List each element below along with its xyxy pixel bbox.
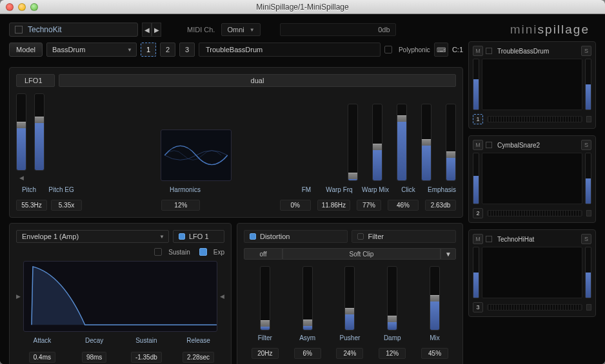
polyphonic-checkbox[interactable]: Polyphonic [384,46,430,53]
harmonics-value[interactable]: 12% [161,200,200,211]
handle-left-icon[interactable]: ▶ [16,293,21,300]
window-title: MiniSpillage/1-MiniSpillage [0,3,605,12]
sustain-value[interactable]: -1.35db [131,352,162,363]
pad-number[interactable]: 3 [473,302,483,312]
warp-frq-value[interactable]: 11.86Hz [317,200,350,211]
pad-waveform [482,59,582,110]
pad-3[interactable]: M TechnoHiHat S 3 [468,229,596,317]
solo-button[interactable]: S [581,140,591,150]
envelope-panel: Envelope 1 (Amp)▼ LFO 1 Sustain Exp ▶ [9,223,232,364]
pad-meter [487,116,582,122]
handle-right-icon[interactable]: ◀ [220,293,224,300]
pad-level-slider[interactable] [473,59,479,110]
pusher-value[interactable]: 24% [336,348,363,359]
model-button[interactable]: Model [9,43,43,57]
midi-channel-dropdown[interactable]: Omni ▼ [221,23,260,36]
pad-color-icon [486,48,492,54]
model-dropdown[interactable]: BassDrum ▼ [46,43,137,57]
pad-meter [487,304,582,311]
pad-number[interactable]: 2 [473,208,483,218]
dual-tab[interactable]: dual [59,74,456,87]
exp-checkbox[interactable]: Exp [199,248,224,256]
handle-icon: ◀ [19,175,24,181]
mix-value[interactable]: 45% [421,348,448,359]
preset-prev-button[interactable]: ◀ [142,23,152,37]
lfo1-tab[interactable]: LFO1 [16,74,55,87]
lfo-source-dropdown[interactable]: LFO 1 [173,230,224,243]
brand-logo: minispillage [510,23,590,37]
solo-button[interactable]: S [581,46,591,56]
keyboard-icon[interactable]: ⌨ [434,43,448,57]
pad-select-1[interactable]: 1 [141,43,156,57]
pitch-slider[interactable] [16,93,26,171]
preset-name: TechnoKit [28,25,62,34]
voice-name-field[interactable]: TroubleBassDrum [199,43,381,57]
key-display: C:1 [452,46,463,53]
pad-indicator-icon [586,304,591,311]
damp-value[interactable]: 12% [379,348,406,359]
click-value[interactable]: 46% [388,200,419,211]
preset-next-button[interactable]: ▶ [152,23,161,37]
warp-frq-slider[interactable] [372,104,382,181]
preset-icon [15,26,23,34]
click-slider[interactable] [421,104,431,181]
pad-indicator-icon [586,116,591,122]
filter-freq-slider[interactable] [260,266,270,330]
harmonics-display [161,129,232,181]
pitch-value[interactable]: 55.3Hz [16,200,47,211]
warp-mix-slider[interactable] [397,104,407,181]
warp-mix-value[interactable]: 77% [357,200,381,211]
mute-button[interactable]: M [473,46,483,56]
pad-pan-slider[interactable] [585,153,591,204]
decay-value[interactable]: 98ms [82,352,106,363]
filter-freq-value[interactable]: 20Hz [252,348,279,359]
attack-value[interactable]: 0.4ms [29,352,55,363]
envelope-selector[interactable]: Envelope 1 (Amp)▼ [16,230,169,243]
chevron-down-icon[interactable]: ▼ [441,248,456,260]
mix-slider[interactable] [430,266,440,330]
asym-slider[interactable] [302,266,313,330]
pad-select-2[interactable]: 2 [160,43,175,57]
pad-1[interactable]: M TroubleBassDrum S 1 [468,41,596,129]
pad-pan-slider[interactable] [585,247,591,298]
chevron-down-icon: ▼ [250,27,255,33]
oscillator-panel: LFO1 dual ◀ [9,67,463,218]
pitch-eg-value[interactable]: 5.35x [51,200,82,211]
emphasis-slider[interactable] [446,104,456,181]
fx-panel: Distortion Filter off Soft Clip ▼ [237,223,463,364]
sustain-checkbox[interactable]: Sustain [154,248,190,256]
asym-value[interactable]: 6% [294,348,321,359]
pad-meter [487,210,582,216]
release-value[interactable]: 2.28sec [183,352,214,363]
titlebar: MiniSpillage/1-MiniSpillage [0,0,605,14]
solo-button[interactable]: S [581,234,591,244]
damp-slider[interactable] [387,266,397,330]
pad-level-slider[interactable] [473,247,479,298]
chevron-down-icon: ▼ [127,47,132,53]
fm-value[interactable]: 0% [280,200,311,211]
pad-color-icon [486,142,492,148]
mute-button[interactable]: M [473,140,483,150]
emphasis-value[interactable]: 2.63db [425,200,456,211]
pad-indicator-icon [586,210,591,216]
midi-channel-label: MIDI Ch. [187,26,215,34]
output-meter: 0db [280,23,396,36]
pad-color-icon [486,236,492,242]
preset-selector[interactable]: TechnoKit [9,23,138,37]
distortion-tab[interactable]: Distortion [244,230,348,243]
pad-2[interactable]: M CymbalSnare2 S 2 [468,135,596,223]
mute-button[interactable]: M [473,234,483,244]
pad-number[interactable]: 1 [473,114,483,124]
envelope-graph[interactable] [23,261,217,332]
pad-level-slider[interactable] [473,153,479,204]
fm-slider[interactable] [348,104,358,181]
pad-pan-slider[interactable] [585,59,591,110]
filter-tab[interactable]: Filter [352,230,456,243]
pad-select-3[interactable]: 3 [179,43,195,57]
pad-waveform [482,247,582,298]
pad-waveform [482,153,582,204]
pusher-slider[interactable] [344,266,355,330]
pitch-eg-slider[interactable] [34,93,45,171]
distortion-mode-selector[interactable]: off Soft Clip ▼ [244,248,456,260]
